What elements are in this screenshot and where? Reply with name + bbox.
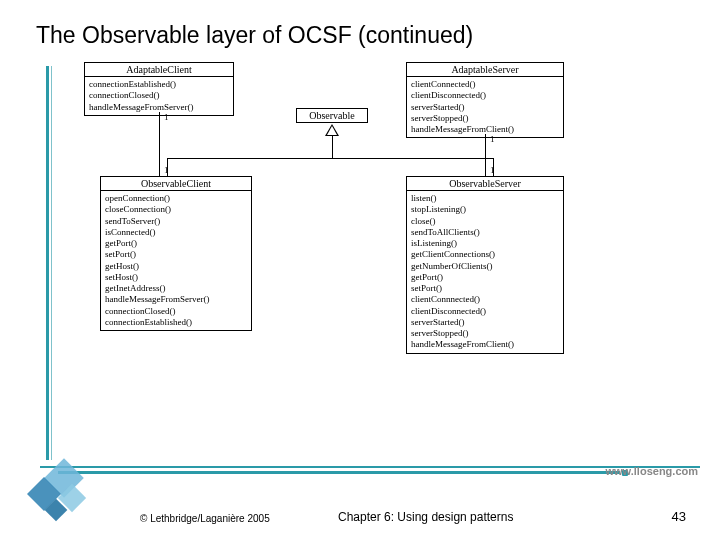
class-name: Observable [297,109,367,122]
class-adaptable-server: AdaptableServer clientConnected() client… [406,62,564,138]
page-number: 43 [672,509,686,524]
class-name: AdaptableClient [85,63,233,77]
class-name: ObservableClient [101,177,251,191]
class-name: ObservableServer [407,177,563,191]
footer-url: www.lloseng.com [606,465,699,477]
multiplicity: 1 [490,165,495,175]
page-title: The Observable layer of OCSF (continued) [36,22,473,49]
uml-diagram: AdaptableClient connectionEstablished() … [70,62,660,466]
class-observable: Observable [296,108,368,123]
class-methods: connectionEstablished() connectionClosed… [85,77,233,115]
accent-bar [46,66,49,460]
class-methods: openConnection() closeConnection() sendT… [101,191,251,330]
class-methods: clientConnected() clientDisconnected() s… [407,77,563,137]
accent-bar-thin [51,66,52,460]
connector [167,158,493,159]
chapter-text: Chapter 6: Using design patterns [338,510,513,524]
class-observable-client: ObservableClient openConnection() closeC… [100,176,252,331]
multiplicity: 1 [164,165,169,175]
class-methods: listen() stopListening() close() sendToA… [407,191,563,353]
copyright-text: © Lethbridge/Laganière 2005 [140,513,270,524]
rule-line [40,466,700,468]
connector [485,134,486,176]
class-adaptable-client: AdaptableClient connectionEstablished() … [84,62,234,116]
rule-line-thick [58,471,620,474]
footer: © Lethbridge/Laganière 2005 Chapter 6: U… [0,504,720,524]
multiplicity: 1 [164,112,169,122]
class-observable-server: ObservableServer listen() stopListening(… [406,176,564,354]
inheritance-arrow-icon [325,124,339,136]
connector [159,112,160,176]
connector [332,136,333,158]
multiplicity: 1 [490,134,495,144]
slide: The Observable layer of OCSF (continued)… [0,0,720,540]
class-name: AdaptableServer [407,63,563,77]
